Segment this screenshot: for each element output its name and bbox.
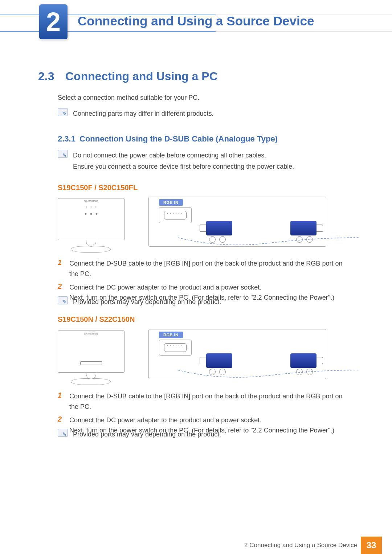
monitor-back-panel: SAMSUNG <box>58 198 124 240</box>
note-icon <box>58 108 68 116</box>
model-heading: S19C150F / S20C150FL <box>58 184 138 192</box>
step-text: Connect the D-SUB cable to the [RGB IN] … <box>69 258 352 279</box>
note-icon <box>58 296 68 304</box>
dsub-connector-icon <box>287 351 323 370</box>
vga-port-icon <box>159 340 192 356</box>
manual-page: 2 Connecting and Using a Source Device 2… <box>0 0 392 554</box>
step-text: Connect the D-SUB cable to the [RGB IN] … <box>69 391 352 412</box>
zoom-detail-box: RGB IN <box>148 197 326 247</box>
note-icon <box>58 150 68 158</box>
step-text-line: Connect the DC power adapter to the prod… <box>69 416 261 424</box>
dsub-connector-icon <box>287 219 323 238</box>
note-text: Connecting parts may differ in different… <box>73 108 214 119</box>
monitor-stand-base <box>71 246 111 253</box>
section-number: 2.3 <box>38 70 65 83</box>
note-text: Provided ports may vary depending on the… <box>73 429 221 440</box>
rgb-in-label: RGB IN <box>159 199 183 206</box>
vga-port-icon <box>159 207 192 223</box>
monitor-port-strip <box>80 361 102 365</box>
zoom-detail-box: RGB IN <box>148 329 326 379</box>
note-line: Do not connect the power cable before co… <box>73 150 294 161</box>
note-block: Provided ports may vary depending on the… <box>58 429 355 440</box>
cable-line <box>178 370 359 381</box>
note-block: Provided ports may vary depending on the… <box>58 296 355 308</box>
dsub-connector-icon <box>200 219 236 238</box>
dsub-connector-icon <box>200 351 236 370</box>
monitor-back-panel: SAMSUNG <box>58 331 124 373</box>
subsection-number: 2.3.1 <box>58 134 79 144</box>
footer-chapter-label: 2 Connecting and Using a Source Device <box>244 542 357 549</box>
section-intro-text: Select a connection method suitable for … <box>58 94 199 102</box>
footer-pad <box>382 537 392 554</box>
monitor-brand-label: SAMSUNG <box>84 200 98 202</box>
note-text: Provided ports may vary depending on the… <box>73 296 221 308</box>
note-text: Do not connect the power cable before co… <box>73 150 294 172</box>
monitor-ports <box>85 213 98 215</box>
step-number: 1 <box>58 258 64 267</box>
subsection-title: Connection Using the D-SUB Cable (Analog… <box>79 134 278 143</box>
list-item: 1 Connect the D-SUB cable to the [RGB IN… <box>58 391 352 412</box>
chapter-number-badge: 2 <box>39 4 68 39</box>
section-heading: 2.3Connecting and Using a PC <box>38 70 218 83</box>
rgb-in-label: RGB IN <box>159 332 183 338</box>
footer-page-number: 33 <box>361 537 382 554</box>
list-item: 1 Connect the D-SUB cable to the [RGB IN… <box>58 258 352 279</box>
step-number: 2 <box>58 282 64 291</box>
monitor-stand-base <box>71 378 111 385</box>
step-number: 1 <box>58 391 64 399</box>
note-block: Do not connect the power cable before co… <box>58 150 355 172</box>
note-block: Connecting parts may differ in different… <box>58 108 355 119</box>
section-title: Connecting and Using a PC <box>65 70 218 83</box>
monitor-brand-label: SAMSUNG <box>84 332 98 335</box>
chapter-title: Connecting and Using a Source Device <box>78 14 314 28</box>
note-line: Ensure you connect a source device first… <box>73 161 294 172</box>
monitor-vents <box>86 206 97 208</box>
connection-diagram: SAMSUNG RGB IN <box>58 196 326 254</box>
note-icon <box>58 429 68 437</box>
subsection-heading: 2.3.1Connection Using the D-SUB Cable (A… <box>58 134 278 144</box>
page-footer: 2 Connecting and Using a Source Device 3… <box>0 537 392 554</box>
step-number: 2 <box>58 415 64 423</box>
cable-line <box>178 238 359 249</box>
model-heading: S19C150N / S22C150N <box>58 315 135 324</box>
connection-diagram: SAMSUNG RGB IN <box>58 328 326 386</box>
step-text-line: Connect the DC power adapter to the prod… <box>69 284 261 291</box>
